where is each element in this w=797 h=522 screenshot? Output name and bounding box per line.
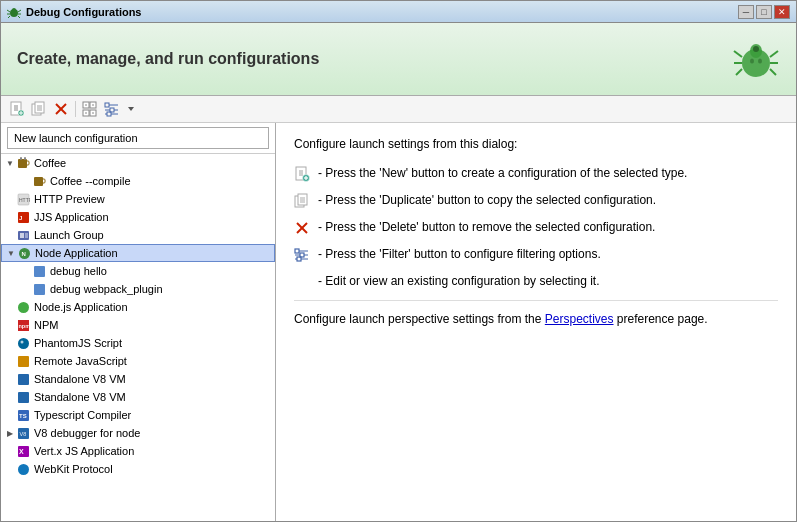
window-controls: ─ □ ✕ xyxy=(738,5,790,19)
npm-label: NPM xyxy=(34,319,58,331)
tree-item-standalone-v8-1[interactable]: ▶ Standalone V8 VM xyxy=(1,370,275,388)
nodejs-app-icon xyxy=(15,299,31,315)
header-title: Create, manage, and run configurations xyxy=(17,50,319,68)
svg-line-14 xyxy=(770,51,778,57)
collapse-all-button[interactable] xyxy=(80,99,100,119)
maximize-button[interactable]: □ xyxy=(756,5,772,19)
v8-debugger-icon: V8 xyxy=(15,425,31,441)
duplicate-config-button[interactable] xyxy=(29,99,49,119)
tree-item-coffee[interactable]: ▼ Coffee xyxy=(1,154,275,172)
expand-v8[interactable]: ▶ xyxy=(5,428,15,438)
tree-item-nodejs[interactable]: ▶ Node.js Application xyxy=(1,298,275,316)
debug-webpack-icon xyxy=(31,281,47,297)
tree-item-v8-debugger[interactable]: ▶ V8 V8 debugger for node xyxy=(1,424,275,442)
close-button[interactable]: ✕ xyxy=(774,5,790,19)
tree-item-npm[interactable]: ▶ npm NPM xyxy=(1,316,275,334)
tree-item-debug-hello[interactable]: ▶ debug hello xyxy=(1,262,275,280)
svg-point-10 xyxy=(753,46,759,52)
delete-config-button[interactable] xyxy=(51,99,71,119)
debug-hello-icon xyxy=(31,263,47,279)
config-text-delete: - Press the 'Delete' button to remove th… xyxy=(318,219,655,236)
debug-webpack-label: debug webpack_plugin xyxy=(50,283,163,295)
tree-item-typescript[interactable]: ▶ TS Typescript Compiler xyxy=(1,406,275,424)
tree-item-http[interactable]: ▶ HTTP HTTP Preview xyxy=(1,190,275,208)
collapse-icon xyxy=(82,101,98,117)
config-intro: Configure launch settings from this dial… xyxy=(294,137,778,151)
coffee-compile-icon xyxy=(31,173,47,189)
v8-debugger-label: V8 debugger for node xyxy=(34,427,140,439)
svg-marker-49 xyxy=(128,107,134,111)
svg-text:J: J xyxy=(19,215,22,221)
tree-item-debug-webpack[interactable]: ▶ debug webpack_plugin xyxy=(1,280,275,298)
expand-coffee[interactable]: ▼ xyxy=(5,158,15,168)
typescript-label: Typescript Compiler xyxy=(34,409,131,421)
webkit-label: WebKit Protocol xyxy=(34,463,113,475)
tree-item-node-application[interactable]: ▼ N Node Application xyxy=(1,244,275,262)
left-panel: ▼ Coffee ▶ Coffee --compile ▶ xyxy=(1,123,276,521)
svg-line-11 xyxy=(734,51,742,57)
typescript-icon: TS xyxy=(15,407,31,423)
tree-item-phantomjs[interactable]: ▶ PhantomJS Script xyxy=(1,334,275,352)
vertx-icon: X xyxy=(15,443,31,459)
tree-item-standalone-v8-2[interactable]: ▶ Standalone V8 VM xyxy=(1,388,275,406)
svg-text:V8: V8 xyxy=(19,431,26,437)
filter-button[interactable] xyxy=(102,99,122,119)
edit-placeholder-icon xyxy=(294,274,310,290)
svg-line-2 xyxy=(7,10,10,12)
delete-icon xyxy=(53,101,69,117)
tree-item-webkit[interactable]: ▶ WebKit Protocol xyxy=(1,460,275,478)
config-item-edit: - Edit or view an existing configuration… xyxy=(294,273,778,290)
expand-node[interactable]: ▼ xyxy=(6,248,16,258)
svg-text:HTTP: HTTP xyxy=(19,197,30,203)
svg-point-67 xyxy=(18,302,29,313)
svg-rect-101 xyxy=(297,257,301,261)
svg-line-16 xyxy=(770,69,776,75)
new-config-button[interactable] xyxy=(7,99,27,119)
npm-icon: npm xyxy=(15,317,31,333)
config-item-delete: - Press the 'Delete' button to remove th… xyxy=(294,219,778,236)
svg-rect-51 xyxy=(26,161,29,165)
footer-post: preference page. xyxy=(614,312,708,326)
search-input[interactable] xyxy=(7,127,269,149)
minimize-button[interactable]: ─ xyxy=(738,5,754,19)
coffee-label: Coffee xyxy=(34,157,66,169)
tree-item-remote-js[interactable]: ▶ Remote JavaScript xyxy=(1,352,275,370)
svg-text:N: N xyxy=(21,251,25,257)
filter-dropdown-button[interactable] xyxy=(124,99,138,119)
config-text-edit: - Edit or view an existing configuration… xyxy=(318,273,599,290)
config-item-duplicate: - Press the 'Duplicate' button to copy t… xyxy=(294,192,778,209)
http-label: HTTP Preview xyxy=(34,193,105,205)
tree-item-launch-group[interactable]: ▶ Launch Group xyxy=(1,226,275,244)
jjs-label: JJS Application xyxy=(34,211,109,223)
svg-point-1 xyxy=(12,8,16,12)
svg-rect-96 xyxy=(295,249,299,253)
svg-point-71 xyxy=(20,340,23,343)
perspectives-link[interactable]: Perspectives xyxy=(545,312,614,326)
header-banner: Create, manage, and run configurations xyxy=(1,23,796,96)
svg-rect-98 xyxy=(300,253,304,257)
svg-rect-62 xyxy=(25,233,28,238)
right-panel: Configure launch settings from this dial… xyxy=(276,123,796,521)
new-page-icon xyxy=(294,166,310,182)
config-text-duplicate: - Press the 'Duplicate' button to copy t… xyxy=(318,192,656,209)
svg-rect-27 xyxy=(35,102,44,113)
config-text-new: - Press the 'New' button to create a con… xyxy=(318,165,687,182)
svg-text:TS: TS xyxy=(19,413,27,419)
tree-container[interactable]: ▼ Coffee ▶ Coffee --compile ▶ xyxy=(1,154,275,521)
remote-js-label: Remote JavaScript xyxy=(34,355,127,367)
filter-icon xyxy=(104,101,120,117)
tree-item-coffee-compile[interactable]: ▶ Coffee --compile xyxy=(1,172,275,190)
jjs-icon: J xyxy=(15,209,31,225)
tree-item-vertx[interactable]: ▶ X Vert.x JS Application xyxy=(1,442,275,460)
svg-point-18 xyxy=(758,59,762,64)
tree-item-jjs[interactable]: ▶ J JJS Application xyxy=(1,208,275,226)
standalone-v8-2-icon xyxy=(15,389,31,405)
config-item-filter: - Press the 'Filter' button to configure… xyxy=(294,246,778,263)
svg-rect-46 xyxy=(107,112,111,116)
app-icon xyxy=(7,5,21,19)
svg-line-4 xyxy=(8,16,10,18)
toolbar-separator-1 xyxy=(75,101,76,117)
duplicate-icon xyxy=(31,101,47,117)
svg-rect-41 xyxy=(105,103,109,107)
footer-pre: Configure launch perspective settings fr… xyxy=(294,312,545,326)
